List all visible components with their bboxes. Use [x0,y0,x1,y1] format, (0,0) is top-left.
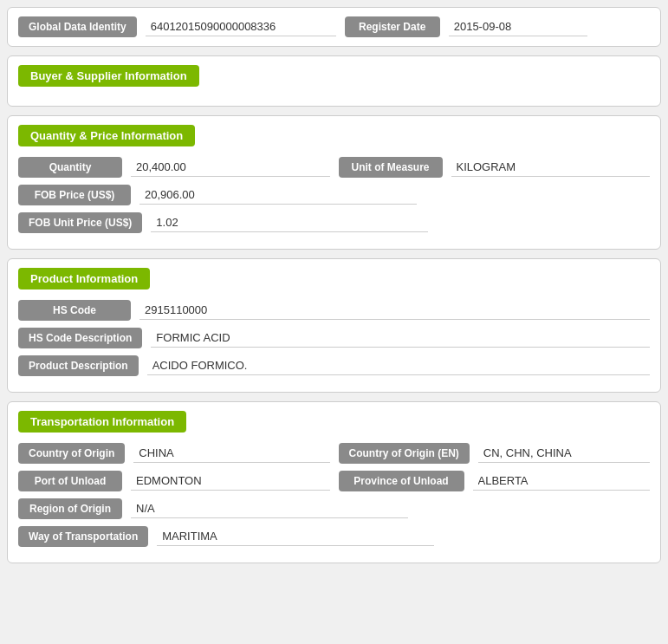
province-unload-value [473,472,651,491]
hs-code-label: HS Code [18,300,131,321]
transportation-header: Transportation Information [18,411,186,433]
register-date-value [449,17,587,36]
quantity-col: Quantity [18,157,330,178]
quantity-unit-row: Quantity Unit of Measure [18,157,650,178]
country-origin-label: Country of Origin [18,443,125,464]
quantity-value [131,158,330,177]
country-origin-en-col: Country of Origin (EN) [339,443,651,464]
port-unload-col: Port of Unload [18,471,330,491]
hs-code-desc-value [151,329,650,348]
hs-code-desc-row: HS Code Description [18,328,650,348]
quantity-price-card: Quantity & Price Information Quantity Un… [7,115,661,250]
unit-of-measure-label: Unit of Measure [339,157,443,178]
fob-unit-price-label: FOB Unit Price (US$) [18,212,142,233]
unit-measure-col: Unit of Measure [339,157,651,178]
region-origin-value [131,499,408,518]
fob-unit-price-row: FOB Unit Price (US$) [18,212,650,233]
quantity-price-header: Quantity & Price Information [18,125,195,146]
province-unload-label: Province of Unload [339,471,464,491]
buyer-supplier-card: Buyer & Supplier Information [7,55,661,107]
fob-unit-price-value [151,213,428,232]
port-unload-value [131,472,330,491]
product-desc-row: Product Description [18,355,650,376]
buyer-supplier-header: Buyer & Supplier Information [18,65,199,87]
hs-code-value [139,301,650,320]
register-date-label: Register Date [345,16,440,37]
hs-code-desc-label: HS Code Description [18,328,142,348]
unit-of-measure-value [451,158,651,177]
way-transportation-value [157,527,434,546]
quantity-label: Quantity [18,157,122,178]
country-origin-en-label: Country of Origin (EN) [339,443,470,464]
country-origin-value [133,444,329,463]
identity-card: Global Data Identity Register Date [7,7,661,47]
transportation-card: Transportation Information Country of Or… [7,401,661,563]
global-data-identity-label: Global Data Identity [18,16,137,37]
port-unload-row: Port of Unload Province of Unload [18,471,650,491]
country-origin-col: Country of Origin [18,443,330,464]
region-origin-label: Region of Origin [18,498,122,519]
way-transportation-label: Way of Transportation [18,526,148,547]
product-card: Product Information HS Code HS Code Desc… [7,258,661,393]
fob-price-value [139,185,417,205]
product-desc-value [147,356,650,375]
country-origin-en-value [478,444,650,463]
identity-row: Global Data Identity Register Date [18,16,650,37]
product-desc-label: Product Description [18,355,139,376]
fob-price-label: FOB Price (US$) [18,185,131,205]
way-transportation-row: Way of Transportation [18,526,650,547]
fob-price-row: FOB Price (US$) [18,185,650,205]
port-unload-label: Port of Unload [18,471,122,491]
global-data-identity-value [146,17,336,36]
product-header: Product Information [18,268,150,289]
country-origin-row: Country of Origin Country of Origin (EN) [18,443,650,464]
province-unload-col: Province of Unload [339,471,651,491]
region-origin-row: Region of Origin [18,498,650,519]
hs-code-row: HS Code [18,300,650,321]
